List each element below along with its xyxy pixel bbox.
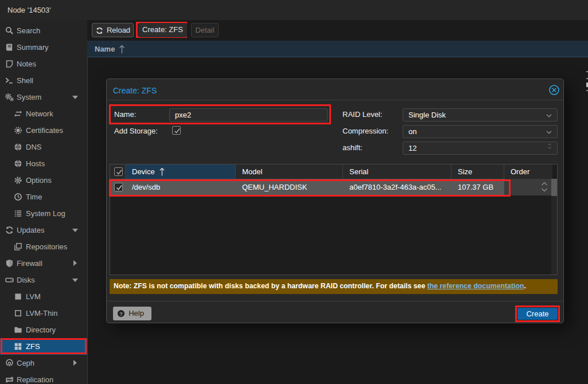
svg-text:?: ? xyxy=(119,311,123,317)
